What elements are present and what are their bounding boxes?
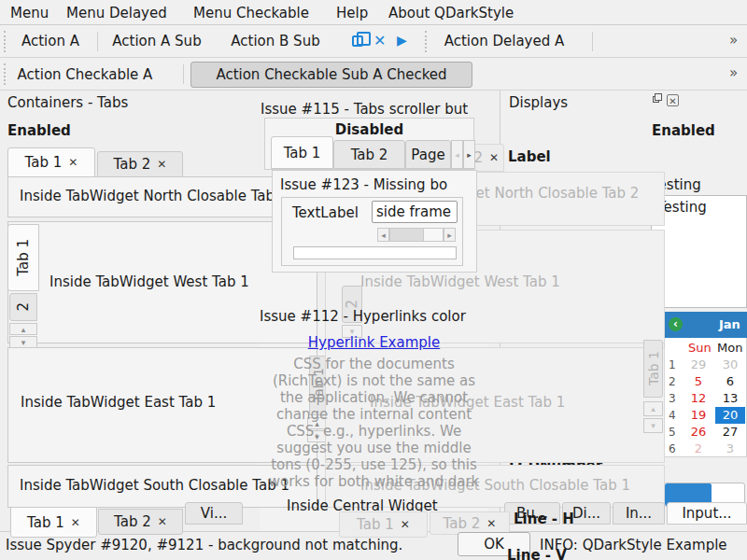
dock-tab-views[interactable]: Vi... — [185, 502, 243, 525]
menu-item-menu-checkable[interactable]: Menu Checkable — [193, 4, 309, 22]
float-window-icon[interactable] — [651, 94, 663, 106]
tab-close-icon[interactable]: ✕ — [68, 156, 78, 169]
containers-enabled-heading: Enabled — [7, 122, 71, 139]
tab-scroll-up-button: ▴ — [643, 401, 663, 416]
tab-north-1[interactable]: Tab 1✕ — [7, 147, 95, 177]
dock-tab-inputs-2[interactable]: Input... — [667, 502, 747, 525]
calendar-day[interactable]: 6 — [715, 373, 745, 390]
calendar-day[interactable]: 12 — [684, 390, 713, 407]
tabwidget-north-content: Inside TabWidget North Closable Tab 1 — [20, 188, 288, 204]
tab-north-2[interactable]: Tab 2✕ — [97, 151, 183, 177]
line-v-heading: Line - V — [507, 547, 567, 560]
toolbar-separator — [97, 32, 98, 51]
status-message-left: Issue Spyder #9120, #9121 - background n… — [6, 537, 402, 553]
scrollbar-left-button[interactable]: ◂ — [377, 228, 389, 242]
paragraph-line: suggest you use the middle — [264, 440, 484, 456]
status-message-right: INFO: QDarkStyle Example — [540, 537, 727, 553]
tab-close-icon[interactable]: ✕ — [71, 516, 80, 529]
close-window-icon[interactable]: ✕ — [667, 94, 679, 106]
tabwidget-west-content-disabled: Inside TabWidget West Tab 1 — [360, 273, 560, 290]
calendar-day[interactable]: 30 — [715, 357, 745, 373]
displays-label-heading: Label — [508, 148, 551, 165]
tabwidget-west-content: Inside TabWidget West Tab 1 — [49, 273, 249, 290]
tab-label: Page — [411, 147, 444, 163]
toolbar-handle[interactable] — [4, 31, 7, 52]
dock-tab-inputs[interactable]: In... — [613, 502, 665, 525]
calendar-week-number: 6 — [669, 441, 682, 457]
empty-line-edit[interactable] — [293, 246, 457, 259]
tab-label: 2 — [15, 302, 32, 312]
play-icon[interactable]: ▶ — [397, 33, 407, 48]
calendar-day[interactable]: 2 — [684, 441, 713, 457]
text-browser[interactable]: Testing — [651, 195, 747, 308]
action-a-button[interactable]: Action A — [14, 29, 87, 53]
menu-item-menu-delayed[interactable]: Menu Delayed — [66, 4, 167, 22]
issue123-window: Issue #123 - Missing bo TextLabel side f… — [272, 170, 477, 273]
scrollbar-thumb[interactable] — [390, 229, 424, 241]
calendar-day[interactable]: 5 — [684, 373, 713, 390]
calendar-day[interactable]: 19 — [684, 407, 713, 424]
calendar-week-number: 3 — [669, 390, 682, 407]
tab-scroll-right-button[interactable]: ▸ — [463, 140, 475, 169]
scrollbar-right-button[interactable]: ▸ — [444, 228, 456, 242]
toolbar-overflow-button[interactable]: » — [729, 64, 738, 81]
calendar-week-number: 5 — [669, 424, 682, 441]
tab-close-icon[interactable]: ✕ — [158, 515, 167, 528]
action-a-sub-button[interactable]: Action A Sub — [105, 29, 209, 53]
paragraph-line: CSS, e.g., hyperlinks. We — [264, 423, 484, 440]
hyperlink-example-link[interactable]: Hyperlink Example — [269, 334, 479, 351]
tab-south-2[interactable]: Tab 2✕ — [98, 509, 183, 535]
tab-close-icon[interactable]: ✕ — [157, 158, 166, 171]
tab-south-1-disabled: Tab 1✕ — [339, 511, 428, 538]
text-label: TextLabel — [292, 204, 359, 221]
tab-label: Tab 1 — [284, 145, 321, 161]
menu-bar: Menu Menu Delayed Menu Checkable Help Ab… — [0, 0, 747, 25]
action-checkable-sub-a-button[interactable]: Action Checkable Sub A Checked — [190, 62, 472, 88]
tab-west-1[interactable]: Tab 1 — [7, 224, 39, 291]
tabwidget-east-content: Inside TabWidget East Tab 1 — [21, 394, 216, 411]
tab-scroll-down-button: ▾ — [643, 418, 663, 433]
tab-label: Tab 2 — [114, 513, 151, 530]
calendar-day[interactable]: 27 — [715, 424, 745, 441]
calendar-prev-month-icon[interactable]: ‹ — [669, 317, 683, 331]
calendar-selected-day[interactable]: 20 — [715, 407, 745, 424]
calendar-day[interactable]: 3 — [715, 441, 745, 457]
tab-label: Input... — [682, 505, 731, 522]
issue123-window-title: Issue #123 - Missing bo — [280, 176, 447, 193]
calendar-widget[interactable]: Sun Mon 1 2 3 4 5 6 29 5 12 19 26 2 30 6… — [664, 338, 747, 457]
tab-label: Tab 1 — [15, 239, 32, 276]
line-edit[interactable]: side frame — [372, 201, 458, 223]
close-action-icon[interactable]: ✕ — [374, 32, 386, 49]
calendar-day[interactable]: 26 — [684, 424, 713, 441]
action-b-sub-button[interactable]: Action B Sub — [222, 29, 329, 53]
issue115-tab-3[interactable]: Page — [405, 140, 451, 169]
containers-dock-title: Containers - Tabs — [7, 94, 128, 111]
tab-scroll-up-button[interactable]: ▴ — [9, 323, 37, 335]
calendar-day[interactable]: 13 — [715, 390, 745, 407]
issue112-paragraph: CSS for the documents (RichText) is not … — [264, 356, 484, 490]
calendar-day-header-mon: Mon — [717, 340, 742, 357]
tab-label: Vi... — [201, 505, 227, 522]
issue115-tab-2[interactable]: Tab 2 — [333, 140, 405, 169]
action-delayed-a-button[interactable]: Action Delayed A — [435, 29, 573, 53]
scrollbar-track[interactable] — [389, 228, 444, 242]
toolbar-overflow-button[interactable]: » — [729, 32, 738, 49]
calendar-day-header-sun: Sun — [688, 340, 712, 357]
duplicate-icon[interactable] — [352, 35, 363, 47]
calendar-week-number: 2 — [669, 373, 682, 390]
tab-label: Tab 2 — [351, 147, 388, 163]
menu-item-about[interactable]: About QDarkStyle — [388, 4, 514, 22]
toolbar-handle[interactable] — [425, 31, 429, 52]
toolbar-handle[interactable] — [4, 63, 7, 85]
tab-scroll-left-button[interactable]: ◂ — [451, 140, 463, 169]
issue115-tab-1[interactable]: Tab 1 — [271, 136, 333, 169]
paragraph-line: the application. We cannot — [264, 389, 484, 406]
tab-south-1[interactable]: Tab 1✕ — [10, 507, 97, 538]
displays-enabled-heading: Enabled — [652, 122, 715, 139]
menu-item-menu[interactable]: Menu — [10, 4, 49, 22]
action-checkable-a-button[interactable]: Action Checkable A — [14, 63, 156, 87]
calendar-day[interactable]: 29 — [684, 357, 713, 373]
app-window: Menu Menu Delayed Menu Checkable Help Ab… — [0, 0, 747, 560]
tab-west-2[interactable]: 2 — [9, 293, 37, 321]
menu-item-help[interactable]: Help — [336, 4, 368, 22]
